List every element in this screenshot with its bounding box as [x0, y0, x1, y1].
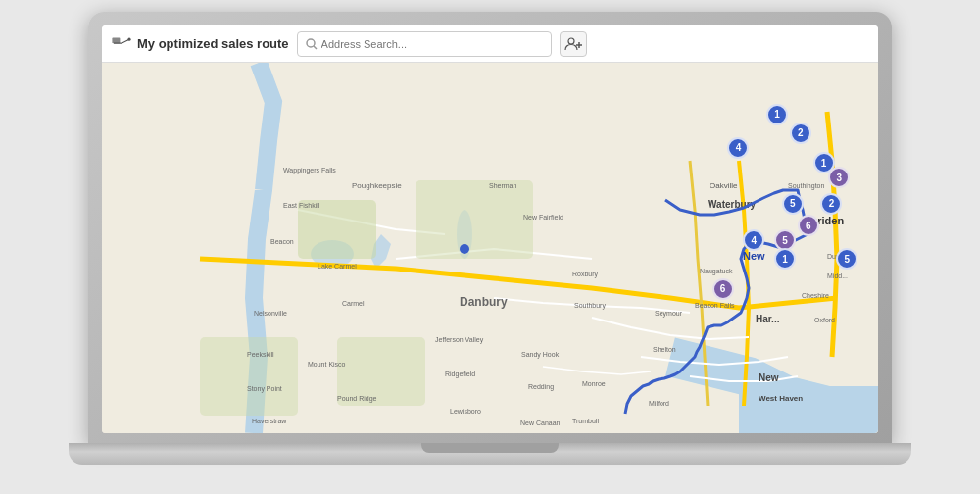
svg-text:Stony Point: Stony Point — [247, 385, 282, 393]
header-title: My optimized sales route — [112, 36, 289, 52]
svg-text:Peekskill: Peekskill — [247, 351, 274, 358]
svg-text:New Fairfield: New Fairfield — [523, 214, 564, 221]
marker-label: 3 — [837, 173, 843, 183]
marker-label: 5 — [790, 198, 796, 209]
svg-text:Sherman: Sherman — [489, 182, 517, 189]
svg-text:Har...: Har... — [756, 314, 780, 324]
marker-label: 2 — [798, 127, 804, 138]
marker-5-hartford[interactable]: 5 — [782, 193, 804, 215]
svg-text:Oxford: Oxford — [814, 317, 835, 323]
marker-label: 5 — [845, 254, 851, 265]
svg-text:East Fishkill: East Fishkill — [283, 202, 320, 209]
svg-text:Milford: Milford — [649, 400, 669, 407]
svg-text:Seymour: Seymour — [655, 310, 683, 318]
laptop-base — [69, 443, 911, 465]
svg-text:Lewisboro: Lewisboro — [450, 408, 481, 415]
svg-text:Haverstraw: Haverstraw — [252, 418, 287, 424]
svg-text:Wappingers Falls: Wappingers Falls — [283, 167, 336, 174]
svg-text:Naugatuck: Naugatuck — [700, 268, 733, 275]
svg-text:New Canaan: New Canaan — [520, 420, 561, 426]
marker-label: 1 — [782, 254, 788, 265]
svg-point-2 — [307, 39, 315, 47]
svg-text:Redding: Redding — [528, 383, 554, 391]
marker-label: 1 — [821, 158, 827, 169]
address-search-container[interactable] — [297, 31, 552, 57]
svg-point-60 — [460, 244, 469, 254]
marker-2-top[interactable]: 2 — [790, 123, 811, 144]
marker-label: 4 — [751, 235, 757, 246]
marker-label: 1 — [774, 109, 780, 120]
svg-text:Jefferson Valley: Jefferson Valley — [435, 336, 484, 344]
marker-6-milford[interactable]: 6 — [712, 278, 734, 300]
app-title: My optimized sales route — [137, 36, 289, 51]
svg-text:Monroe: Monroe — [582, 380, 606, 387]
laptop-wrapper: My optimized sales route — [69, 12, 911, 482]
svg-text:Midd...: Midd... — [827, 272, 848, 279]
marker-5-shore[interactable]: 5 — [836, 248, 858, 270]
svg-rect-13 — [200, 337, 298, 416]
svg-text:Southbury: Southbury — [574, 302, 606, 310]
marker-2-hartford[interactable]: 2 — [820, 193, 842, 215]
marker-label: 6 — [720, 283, 726, 294]
marker-label: 2 — [829, 198, 835, 209]
app-header: My optimized sales route — [102, 25, 878, 63]
svg-point-4 — [568, 38, 574, 44]
svg-text:Trumbull: Trumbull — [572, 418, 599, 424]
svg-text:Cheshire: Cheshire — [802, 292, 829, 299]
svg-text:Mount Kisco: Mount Kisco — [308, 361, 346, 368]
svg-text:New: New — [759, 372, 779, 383]
svg-rect-11 — [298, 200, 376, 259]
route-icon — [112, 36, 131, 52]
svg-text:Beacon: Beacon — [270, 238, 294, 245]
marker-4-waterbury[interactable]: 4 — [727, 137, 749, 159]
svg-text:Danbury: Danbury — [460, 295, 508, 309]
svg-text:Pound Ridge: Pound Ridge — [337, 395, 377, 403]
svg-rect-0 — [112, 37, 120, 43]
marker-6-hartford[interactable]: 6 — [798, 215, 819, 236]
marker-label: 5 — [782, 235, 788, 246]
svg-line-3 — [314, 46, 317, 49]
svg-text:Ridgefield: Ridgefield — [445, 370, 475, 378]
svg-text:West Haven: West Haven — [759, 394, 803, 403]
marker-label: 6 — [806, 221, 811, 231]
new-label: New — [743, 250, 765, 262]
svg-rect-12 — [416, 180, 533, 259]
marker-1-newhaven[interactable]: 1 — [774, 248, 796, 270]
svg-text:Carmel: Carmel — [342, 300, 365, 307]
map-area: Poughkeepsie East Fishkill Wappingers Fa… — [102, 63, 878, 433]
svg-text:Beacon Falls: Beacon Falls — [695, 302, 735, 309]
svg-text:Oakville: Oakville — [710, 181, 738, 190]
svg-text:Lake Carmel: Lake Carmel — [318, 263, 357, 270]
marker-label: 4 — [736, 142, 742, 153]
svg-point-1 — [127, 37, 130, 40]
add-location-button[interactable] — [560, 31, 587, 57]
svg-text:Poughkeepsie: Poughkeepsie — [352, 181, 402, 190]
svg-text:Nelsonville: Nelsonville — [254, 310, 287, 317]
marker-4-newhaven[interactable]: 4 — [743, 229, 764, 251]
search-icon — [306, 38, 318, 50]
marker-3-cheshire[interactable]: 3 — [828, 167, 850, 188]
marker-1-top[interactable]: 1 — [766, 104, 788, 125]
laptop-screen-outer: My optimized sales route — [88, 12, 892, 443]
add-person-icon — [564, 37, 582, 51]
svg-text:Roxbury: Roxbury — [572, 271, 599, 278]
svg-text:Shelton: Shelton — [653, 346, 676, 353]
address-search-input[interactable] — [321, 38, 543, 50]
laptop-screen: My optimized sales route — [102, 25, 878, 433]
svg-text:Sandy Hook: Sandy Hook — [521, 351, 560, 359]
